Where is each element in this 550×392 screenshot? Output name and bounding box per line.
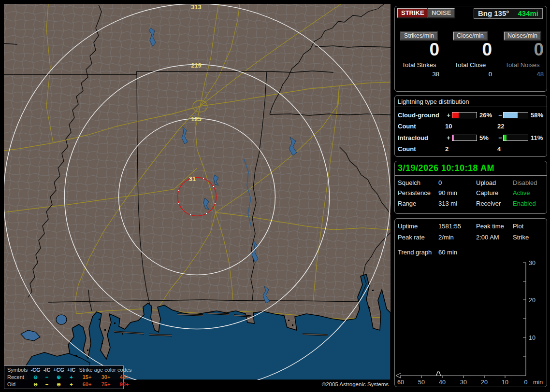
upload-status: Disabled (513, 179, 547, 186)
squelch-row: Squelch 0 Upload Disabled (395, 179, 547, 186)
ring-label-219: 219 (191, 62, 202, 69)
x-tick-50: 50 (418, 379, 425, 386)
cloud-ground-row: Cloud-ground + 26% − 58% (395, 112, 547, 119)
noises-per-min-button[interactable]: Noises/min (504, 32, 541, 40)
cg-negative-fill (504, 112, 518, 118)
legend-age-header: Strike age color codes (77, 366, 133, 374)
bearing-display: Bng 135° 434mi (474, 8, 543, 19)
cg-positive-count: 10 (445, 123, 497, 130)
age-90: 90+ (115, 381, 133, 388)
minus-sign: − (497, 134, 503, 141)
intracloud-count-row: Count 2 4 (395, 145, 547, 153)
x-tick-10: 10 (502, 379, 508, 386)
legend-symbols-header: Symbols (7, 366, 29, 374)
ic-negative-count: 4 (497, 145, 547, 153)
close-per-min-button[interactable]: Close/min (453, 32, 487, 40)
age-75: 75+ (97, 381, 115, 388)
intracloud-label: Intracloud (398, 134, 445, 141)
cg-positive-bar (452, 112, 477, 118)
ic-positive-fill (452, 135, 454, 140)
neg-cg-old-icon: ⊖ (29, 381, 42, 388)
rates-groupbox: STRIKE NOISE Bng 135° 434mi Strikes/min … (394, 6, 547, 92)
total-close-label: Total Close (448, 61, 493, 69)
cloud-ground-count-row: Count 10 22 (395, 123, 547, 130)
strikes-per-min-button[interactable]: Strikes/min (401, 32, 437, 40)
total-close-value: 0 (448, 70, 493, 78)
noise-mode-button[interactable]: NOISE (428, 8, 455, 18)
plus-sign: + (445, 112, 452, 119)
range-row: Range 313 mi Receiver Enabled (395, 200, 547, 207)
total-strikes-label: Total Strikes (398, 61, 440, 69)
close-rate-value: 0 (448, 40, 493, 59)
map-legend: Symbols -CG -IC +CG +IC Strike age color… (4, 365, 124, 389)
pos-ic-recent-icon: + (65, 374, 77, 381)
cg-negative-pct: 58% (528, 112, 550, 119)
plus-sign: + (445, 134, 452, 141)
range-label: Range (398, 200, 438, 207)
x-tick-60: 60 (397, 379, 404, 386)
ring-label-313: 313 (191, 4, 202, 11)
cloud-ground-label: Cloud-ground (398, 112, 445, 119)
trend-spike (436, 372, 441, 376)
strike-mode-button[interactable]: STRIKE (397, 8, 428, 18)
age-30: 30+ (97, 374, 115, 381)
distribution-groupbox: Lightning type distribution Cloud-ground… (394, 95, 547, 157)
lightning-map[interactable]: 313 219 125 31 (4, 4, 391, 380)
datetime-display: 3/19/2026 10:10:18 AM (395, 161, 547, 176)
total-noises-value: 48 (500, 70, 545, 78)
legend-col-pos-ic: +IC (65, 366, 77, 374)
ic-count-label: Count (398, 145, 445, 153)
ic-positive-count: 2 (445, 145, 497, 153)
neg-ic-old-icon: − (42, 381, 52, 388)
receiver-label: Receiver (476, 200, 513, 207)
cg-positive-pct: 26% (477, 112, 497, 119)
x-tick-20: 20 (481, 379, 488, 386)
squelch-value: 0 (438, 179, 476, 186)
copyright-text: ©2005 Astrogenic Systems (322, 381, 389, 387)
trend-groupbox: Uptime 1581:55 Peak time Plot Peak rate … (394, 218, 547, 387)
trend-chart: 30 20 10 60 50 40 30 20 10 0 min (395, 219, 547, 387)
total-noises-label: Total Noises (500, 61, 545, 69)
ic-negative-pct: 11% (528, 134, 550, 141)
x-tick-0: 0 (524, 379, 528, 386)
receiver-status: Enabled (513, 200, 547, 207)
x-tick-40: 40 (439, 379, 446, 386)
y-tick-20: 20 (529, 297, 536, 304)
pos-cg-recent-icon: ⊕ (52, 374, 65, 381)
bearing-value: Bng 135° (478, 9, 509, 17)
noises-column: Noises/min 0 Total Noises 48 (500, 31, 545, 78)
ring-label-125: 125 (191, 115, 202, 123)
pos-ic-old-icon: + (65, 381, 77, 388)
upload-label: Upload (476, 179, 513, 186)
minus-sign: − (497, 112, 503, 119)
neg-ic-recent-icon: − (42, 374, 52, 381)
total-strikes-value: 38 (398, 70, 440, 78)
range-value: 313 mi (438, 200, 476, 207)
distribution-title: Lightning type distribution (395, 96, 547, 107)
persistence-value: 90 min (438, 189, 476, 196)
age-45: 45+ (115, 374, 133, 381)
y-tick-10: 10 (529, 335, 536, 341)
cg-count-label: Count (398, 123, 445, 130)
legend-col-pos-cg: +CG (52, 366, 65, 374)
persistence-label: Persistence (398, 189, 438, 196)
legend-col-neg-cg: -CG (29, 366, 42, 374)
status-groupbox: 3/19/2026 10:10:18 AM Squelch 0 Upload D… (394, 161, 547, 214)
strikes-rate-value: 0 (398, 40, 440, 59)
strikes-column: Strikes/min 0 Total Strikes 38 (398, 31, 440, 78)
persistence-row: Persistence 90 min Capture Active (395, 189, 547, 196)
cg-negative-count: 22 (497, 123, 547, 130)
age-60: 60+ (77, 381, 97, 388)
bearing-distance: 434mi (518, 9, 538, 17)
cg-negative-bar (503, 112, 528, 118)
ic-positive-bar (452, 135, 477, 141)
legend-row-recent-label: Recent (7, 374, 29, 381)
ic-positive-pct: 5% (477, 134, 497, 141)
capture-label: Capture (476, 189, 513, 196)
noises-rate-value: 0 (500, 40, 545, 59)
age-15: 15+ (77, 374, 97, 381)
intracloud-row: Intracloud + 5% − 11% (395, 134, 547, 141)
ring-label-31: 31 (189, 175, 196, 182)
squelch-label: Squelch (398, 179, 438, 186)
y-tick-30: 30 (529, 260, 536, 266)
